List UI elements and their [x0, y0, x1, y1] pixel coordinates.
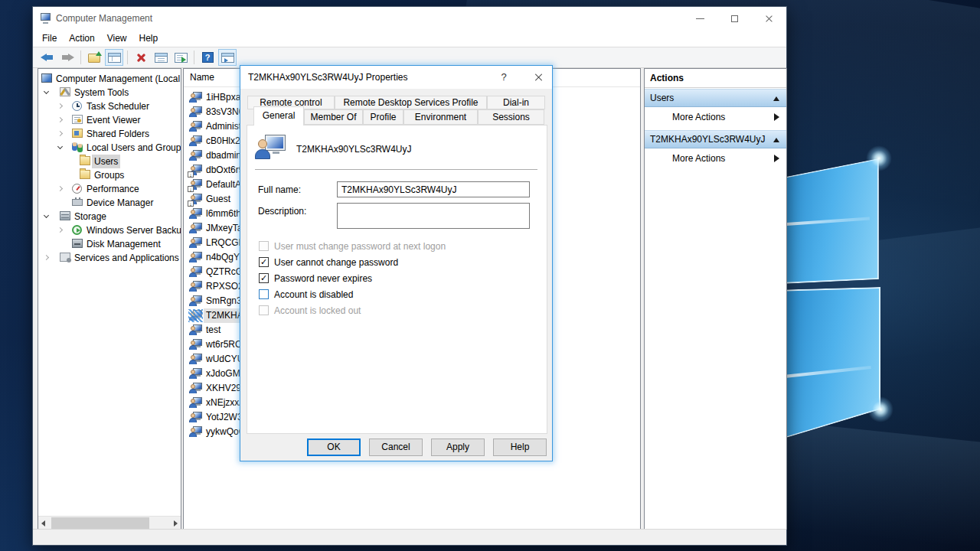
user-account-icon	[189, 426, 202, 438]
folder-icon	[80, 170, 90, 179]
checkbox-account-is-disabled[interactable]	[259, 289, 269, 299]
collapse-chevron-icon[interactable]	[57, 144, 63, 149]
dialog-help-button[interactable]: ?	[498, 71, 510, 83]
window-button[interactable]	[105, 49, 123, 66]
scroll-left-arrow-icon[interactable]	[38, 517, 51, 530]
tree-item-shared-folders[interactable]: Shared Folders	[38, 127, 181, 141]
user-icon-body	[189, 360, 197, 364]
tree-item-label: Users	[92, 155, 120, 168]
menu-action[interactable]: Action	[63, 31, 100, 45]
tree-horizontal-scrollbar[interactable]	[38, 516, 181, 529]
dialog-titlebar[interactable]: T2MKHAx90YLSc3RW4UyJ Properties ?	[240, 66, 552, 89]
tree-item-system-tools[interactable]: System Tools	[38, 86, 181, 99]
window-title: Computer Management	[56, 13, 152, 24]
minimize-button[interactable]	[683, 7, 717, 30]
collapse-chevron-icon[interactable]	[44, 89, 49, 94]
user-account-icon	[255, 135, 287, 162]
menu-file[interactable]: File	[36, 31, 63, 45]
tab-general[interactable]: General	[253, 106, 304, 126]
user-icon-body	[189, 243, 197, 248]
tab-remote-desktop-services-profile[interactable]: Remote Desktop Services Profile	[335, 96, 487, 109]
help-button[interactable]: Help	[493, 439, 547, 456]
properties-button[interactable]	[152, 49, 170, 66]
tree-item-performance[interactable]: Performance	[38, 182, 181, 196]
user-account-icon	[189, 383, 202, 394]
tree-item-computer-management-local[interactable]: Computer Management (Local	[38, 72, 181, 86]
tree-item-task-scheduler[interactable]: Task Scheduler	[38, 99, 181, 113]
export-list-button[interactable]	[172, 49, 190, 66]
ok-button[interactable]: OK	[307, 439, 361, 456]
user-icon-body	[189, 214, 197, 219]
collapse-section-icon	[773, 138, 779, 142]
expand-chevron-icon[interactable]	[44, 255, 49, 260]
tree-item-event-viewer[interactable]: Event Viewer	[38, 113, 181, 127]
user-icon-body	[189, 432, 197, 437]
window-titlebar[interactable]: Computer Management	[33, 7, 786, 30]
performance-icon	[72, 184, 82, 194]
status-bar	[33, 529, 786, 545]
checkbox-password-never-expires[interactable]: ✓	[259, 273, 269, 283]
tree-item-disk-management[interactable]: Disk Management	[38, 237, 181, 251]
expand-chevron-icon[interactable]	[57, 103, 63, 109]
tree-item-services-and-applications[interactable]: Services and Applications	[38, 251, 181, 265]
user-icon-body	[189, 403, 197, 408]
menu-view[interactable]: View	[101, 31, 133, 45]
submenu-arrow-icon	[774, 155, 779, 162]
user-icon-body	[189, 287, 197, 292]
user-account-icon	[189, 295, 202, 307]
full-name-input[interactable]	[337, 181, 530, 197]
maximize-button[interactable]	[717, 7, 752, 30]
tree-item-groups[interactable]: Groups	[38, 168, 181, 182]
tree-item-device-manager[interactable]: Device Manager	[38, 196, 181, 210]
tree-item-users[interactable]: Users	[38, 155, 181, 168]
tree-item-storage[interactable]: Storage	[38, 210, 181, 223]
dialog-close-button[interactable]	[534, 73, 543, 82]
menu-help[interactable]: Help	[133, 31, 165, 45]
delete-button[interactable]	[132, 49, 150, 66]
help-button[interactable]: ?	[198, 49, 217, 66]
expand-chevron-icon[interactable]	[57, 186, 63, 191]
user-account-icon	[189, 412, 202, 423]
forward-button[interactable]	[58, 49, 77, 66]
tab-environment[interactable]: Environment	[403, 109, 478, 125]
user-name-label: dbadmin	[204, 148, 243, 163]
tab-dial-in[interactable]: Dial-in	[487, 96, 545, 109]
user-icon-body	[189, 302, 197, 306]
cancel-button[interactable]: Cancel	[369, 439, 423, 456]
scroll-right-arrow-icon[interactable]	[168, 517, 181, 530]
forward-icon	[60, 52, 74, 64]
tab-sessions[interactable]: Sessions	[478, 109, 544, 125]
user-account-icon: ↓	[189, 179, 202, 191]
tab-profile[interactable]: Profile	[363, 109, 403, 125]
actions-header-label: Actions	[650, 73, 684, 83]
expand-chevron-icon[interactable]	[57, 117, 63, 122]
up-folder-icon	[88, 54, 100, 63]
user-account-icon: ↓	[189, 194, 202, 205]
tree-item-windows-server-backup[interactable]: Windows Server Backup	[38, 223, 181, 237]
up-folder-button[interactable]	[85, 49, 103, 66]
checkbox-user-cannot-change-password[interactable]: ✓	[259, 257, 269, 267]
back-button[interactable]	[38, 49, 57, 66]
tree-item-local-users-and-groups[interactable]: Local Users and Groups	[38, 141, 181, 155]
dialog-separator	[255, 169, 537, 170]
actions-section-t2mkhax90ylsc3rw4uyj[interactable]: T2MKHAx90YLSc3RW4UyJ	[645, 130, 786, 148]
user-icon-monitor	[265, 135, 286, 151]
user-account-icon	[189, 324, 202, 336]
user-name-label: wt6r5RO	[204, 337, 244, 352]
computer-icon	[41, 73, 52, 83]
close-button[interactable]	[752, 7, 786, 30]
apply-button[interactable]: Apply	[431, 439, 485, 456]
more-actions-item[interactable]: More Actions	[645, 108, 786, 126]
scrollbar-thumb[interactable]	[51, 517, 149, 529]
tab-member-of[interactable]: Member Of	[304, 109, 363, 125]
user-account-icon	[189, 106, 202, 118]
expand-chevron-icon[interactable]	[57, 131, 63, 136]
collapse-chevron-icon[interactable]	[44, 213, 49, 218]
user-icon-head	[258, 139, 267, 148]
description-input[interactable]	[337, 203, 530, 229]
actions-section-users[interactable]: Users	[645, 89, 786, 107]
expand-chevron-icon[interactable]	[57, 227, 63, 233]
user-icon-body	[189, 345, 197, 350]
more-actions-item[interactable]: More Actions	[645, 149, 786, 168]
console-tree-button[interactable]	[218, 49, 237, 66]
